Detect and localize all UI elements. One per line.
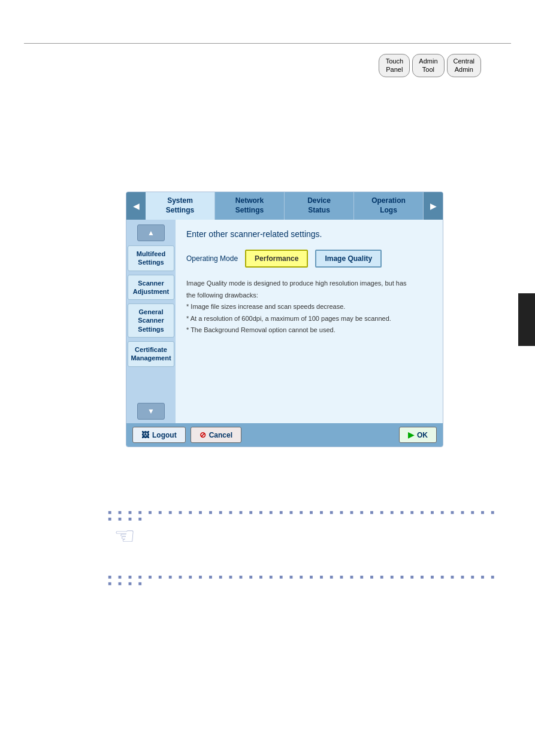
info-line-2: the following drawbacks: xyxy=(186,290,432,301)
dashed-line-1: ■ ■ ■ ■ ■ ■ ■ ■ ■ ■ ■ ■ ■ ■ ■ ■ ■ ■ ■ ■ … xyxy=(108,509,499,522)
tab-next-button[interactable]: ▶ xyxy=(424,192,443,220)
main-title: Enter other scanner-related settings. xyxy=(186,229,432,239)
logout-button[interactable]: 🖼 Logout xyxy=(132,427,186,443)
bottom-bar: 🖼 Logout ⊘ Cancel ▶ OK xyxy=(126,423,443,447)
tab-system-settings[interactable]: SystemSettings xyxy=(146,192,215,220)
top-rule xyxy=(24,43,511,44)
content-area: ▲ MultifeedSettings ScannerAdjustment Ge… xyxy=(126,220,443,423)
tab-bar: ◀ SystemSettings NetworkSettings DeviceS… xyxy=(126,192,443,220)
dashed-line-2: ■ ■ ■ ■ ■ ■ ■ ■ ■ ■ ■ ■ ■ ■ ■ ■ ■ ■ ■ ■ … xyxy=(108,573,499,587)
info-text: Image Quality mode is designed to produc… xyxy=(186,278,432,336)
tab-network-settings[interactable]: NetworkSettings xyxy=(215,192,285,220)
left-sidebar: ▲ MultifeedSettings ScannerAdjustment Ge… xyxy=(126,220,176,423)
tab-device-status[interactable]: DeviceStatus xyxy=(285,192,354,220)
cancel-icon: ⊘ xyxy=(200,430,206,439)
main-content-area: Enter other scanner-related settings. Op… xyxy=(176,220,443,423)
info-line-5: * The Background Removal option cannot b… xyxy=(186,325,432,336)
sidebar-up-button[interactable]: ▲ xyxy=(137,224,165,241)
admin-tool-button[interactable]: Admin Tool xyxy=(412,54,444,77)
sidebar-down-button[interactable]: ▼ xyxy=(137,403,165,420)
sidebar-item-general-scanner[interactable]: GeneralScannerSettings xyxy=(128,303,174,338)
central-admin-button[interactable]: Central Admin xyxy=(447,54,481,77)
sidebar-item-certificate[interactable]: CertificateManagement xyxy=(128,341,174,367)
cancel-button[interactable]: ⊘ Cancel xyxy=(191,427,241,443)
bottom-left-buttons: 🖼 Logout ⊘ Cancel xyxy=(132,427,241,443)
scanner-panel: ◀ SystemSettings NetworkSettings DeviceS… xyxy=(126,192,443,447)
ok-icon: ▶ xyxy=(408,430,414,439)
image-quality-mode-button[interactable]: Image Quality xyxy=(315,250,382,268)
info-line-1: Image Quality mode is designed to produc… xyxy=(186,278,432,289)
info-line-4: * At a resolution of 600dpi, a maximum o… xyxy=(186,314,432,324)
top-buttons-container: Touch Panel Admin Tool Central Admin xyxy=(379,54,481,77)
hand-icon: ☞ xyxy=(114,522,135,549)
hand-icon-area: ☞ xyxy=(114,522,135,549)
sidebar-item-multifeed[interactable]: MultifeedSettings xyxy=(128,245,174,271)
right-block xyxy=(518,293,535,346)
sidebar-item-scanner-adjustment[interactable]: ScannerAdjustment xyxy=(128,275,174,300)
performance-mode-button[interactable]: Performance xyxy=(245,250,308,268)
touch-panel-button[interactable]: Touch Panel xyxy=(379,54,410,77)
operating-mode-label: Operating Mode xyxy=(186,254,238,263)
operating-mode-row: Operating Mode Performance Image Quality xyxy=(186,250,432,268)
info-line-3: * Image file sizes increase and scan spe… xyxy=(186,302,432,312)
tab-prev-button[interactable]: ◀ xyxy=(126,192,146,220)
logout-icon: 🖼 xyxy=(141,430,149,439)
ok-button[interactable]: ▶ OK xyxy=(399,427,437,443)
tab-operation-logs[interactable]: OperationLogs xyxy=(354,192,424,220)
